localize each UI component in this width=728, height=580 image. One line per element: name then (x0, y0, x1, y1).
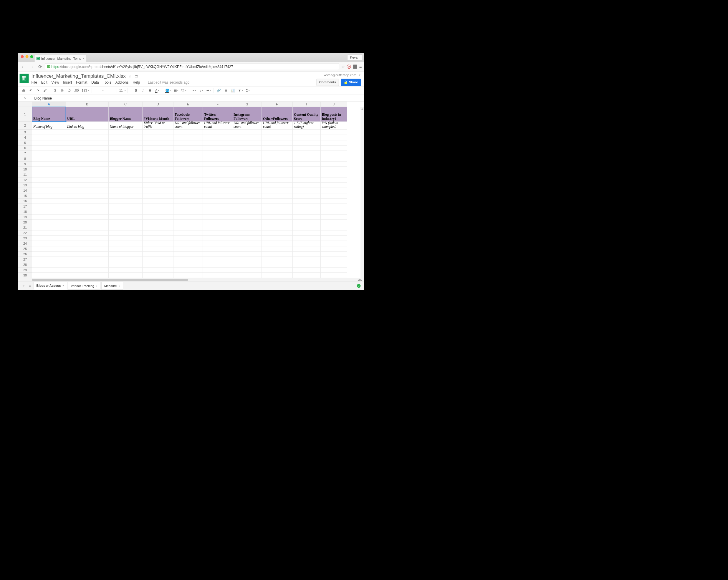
cell[interactable] (32, 267, 66, 273)
cell[interactable] (232, 172, 262, 177)
cell[interactable] (142, 188, 174, 193)
menu-file[interactable]: File (31, 80, 37, 84)
cell[interactable] (66, 146, 109, 151)
cell[interactable] (174, 262, 203, 267)
account-dropdown-icon[interactable]: ▼ (359, 74, 361, 76)
cell[interactable] (109, 130, 142, 135)
cell[interactable] (321, 252, 347, 257)
cell[interactable] (66, 236, 109, 241)
cell[interactable] (232, 273, 262, 278)
cell[interactable] (32, 161, 66, 167)
chrome-profile-button[interactable]: Kevan (347, 54, 362, 60)
cell[interactable] (293, 177, 321, 183)
row-header-2[interactable]: 2 (18, 122, 32, 130)
cell[interactable] (232, 262, 262, 267)
cell[interactable] (109, 188, 142, 193)
format-percent-icon[interactable]: % (60, 88, 64, 93)
menu-help[interactable]: Help (132, 80, 140, 84)
cell[interactable] (109, 246, 142, 252)
cell[interactable] (32, 214, 66, 220)
cell[interactable] (32, 193, 66, 199)
cell[interactable] (66, 262, 109, 267)
cell[interactable] (232, 214, 262, 220)
column-header-F[interactable]: F (203, 102, 232, 107)
cell[interactable] (232, 156, 262, 161)
cell[interactable] (293, 246, 321, 252)
scroll-left-icon[interactable]: ◀ (358, 278, 360, 281)
cell[interactable] (142, 167, 174, 172)
cell[interactable] (321, 135, 347, 140)
cell[interactable] (232, 230, 262, 236)
header-cell[interactable]: Blogger Name (109, 107, 142, 122)
font-family-dropdown[interactable] (95, 88, 111, 93)
cell[interactable] (32, 246, 66, 252)
cell[interactable] (232, 193, 262, 199)
bold-icon[interactable]: B (134, 88, 138, 93)
insert-comment-icon[interactable]: ▤ (224, 88, 228, 93)
number-format-dropdown[interactable]: 123 (82, 88, 89, 93)
cell[interactable] (293, 214, 321, 220)
cell[interactable] (321, 230, 347, 236)
cell[interactable] (232, 241, 262, 246)
cell[interactable] (142, 161, 174, 167)
cell[interactable] (109, 214, 142, 220)
cell[interactable] (293, 199, 321, 204)
cell[interactable] (66, 135, 109, 140)
cell[interactable] (109, 161, 142, 167)
cell[interactable] (174, 156, 203, 161)
cell[interactable] (321, 204, 347, 209)
cell[interactable] (32, 273, 66, 278)
cell[interactable] (321, 199, 347, 204)
cell[interactable] (174, 146, 203, 151)
cell[interactable] (203, 204, 232, 209)
cell[interactable] (293, 135, 321, 140)
cell[interactable] (32, 204, 66, 209)
cell[interactable] (109, 172, 142, 177)
cell[interactable] (203, 209, 232, 214)
cell[interactable] (321, 188, 347, 193)
cell[interactable] (142, 241, 174, 246)
column-header-A[interactable]: A (32, 102, 66, 107)
cell[interactable] (66, 183, 109, 188)
bookmark-star-icon[interactable]: ☆ (341, 64, 345, 69)
cell[interactable] (203, 146, 232, 151)
cell[interactable] (109, 273, 142, 278)
cell[interactable] (262, 204, 293, 209)
cell[interactable] (32, 167, 66, 172)
cell[interactable] (321, 172, 347, 177)
cell[interactable] (66, 273, 109, 278)
cell[interactable] (174, 135, 203, 140)
cell[interactable] (262, 156, 293, 161)
cell[interactable] (174, 140, 203, 146)
select-all-corner[interactable] (18, 102, 32, 107)
row-header-24[interactable]: 24 (18, 241, 32, 246)
row-header-10[interactable]: 10 (18, 167, 32, 172)
cell[interactable] (262, 257, 293, 262)
cell[interactable] (262, 140, 293, 146)
add-sheet-icon[interactable]: ＋ (22, 282, 26, 289)
cell[interactable] (293, 146, 321, 151)
cell[interactable] (66, 220, 109, 225)
cell[interactable] (174, 214, 203, 220)
cell[interactable] (142, 252, 174, 257)
cell[interactable] (32, 156, 66, 161)
cell[interactable] (203, 151, 232, 156)
scroll-up-icon[interactable]: ▲ (361, 107, 364, 111)
cell[interactable] (203, 241, 232, 246)
row-header-20[interactable]: 20 (18, 220, 32, 225)
cell[interactable] (232, 220, 262, 225)
cell[interactable] (142, 204, 174, 209)
cell[interactable] (321, 236, 347, 241)
row-header-6[interactable]: 6 (18, 146, 32, 151)
cell[interactable] (203, 183, 232, 188)
cell[interactable] (109, 209, 142, 214)
cell[interactable] (203, 193, 232, 199)
cell[interactable] (203, 130, 232, 135)
cell[interactable] (262, 172, 293, 177)
cell[interactable] (293, 236, 321, 241)
sheets-logo-icon[interactable] (20, 74, 29, 83)
cell[interactable] (66, 214, 109, 220)
cell[interactable] (321, 214, 347, 220)
row-header-12[interactable]: 12 (18, 177, 32, 183)
column-header-I[interactable]: I (293, 102, 321, 107)
